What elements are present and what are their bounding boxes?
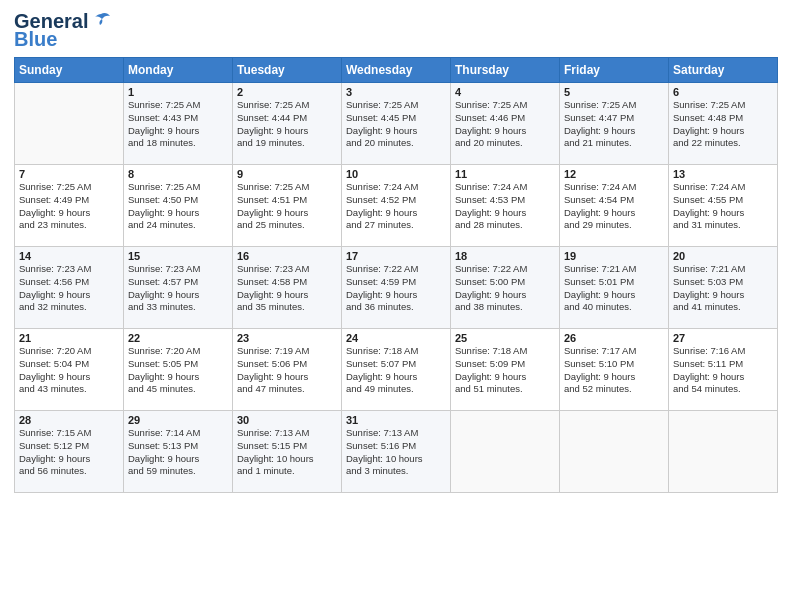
- day-number: 9: [237, 168, 337, 180]
- day-info: Sunrise: 7:22 AMSunset: 4:59 PMDaylight:…: [346, 263, 446, 314]
- calendar-table: SundayMondayTuesdayWednesdayThursdayFrid…: [14, 57, 778, 493]
- week-row-2: 7Sunrise: 7:25 AMSunset: 4:49 PMDaylight…: [15, 165, 778, 247]
- day-number: 20: [673, 250, 773, 262]
- day-header-monday: Monday: [124, 58, 233, 83]
- day-info: Sunrise: 7:25 AMSunset: 4:45 PMDaylight:…: [346, 99, 446, 150]
- day-info: Sunrise: 7:23 AMSunset: 4:57 PMDaylight:…: [128, 263, 228, 314]
- calendar-cell: 29Sunrise: 7:14 AMSunset: 5:13 PMDayligh…: [124, 411, 233, 493]
- calendar-cell: 11Sunrise: 7:24 AMSunset: 4:53 PMDayligh…: [451, 165, 560, 247]
- day-info: Sunrise: 7:18 AMSunset: 5:07 PMDaylight:…: [346, 345, 446, 396]
- calendar-cell: 12Sunrise: 7:24 AMSunset: 4:54 PMDayligh…: [560, 165, 669, 247]
- day-info: Sunrise: 7:25 AMSunset: 4:47 PMDaylight:…: [564, 99, 664, 150]
- day-info: Sunrise: 7:21 AMSunset: 5:01 PMDaylight:…: [564, 263, 664, 314]
- day-info: Sunrise: 7:25 AMSunset: 4:50 PMDaylight:…: [128, 181, 228, 232]
- week-row-1: 1Sunrise: 7:25 AMSunset: 4:43 PMDaylight…: [15, 83, 778, 165]
- week-row-5: 28Sunrise: 7:15 AMSunset: 5:12 PMDayligh…: [15, 411, 778, 493]
- day-info: Sunrise: 7:13 AMSunset: 5:16 PMDaylight:…: [346, 427, 446, 478]
- calendar-cell: 30Sunrise: 7:13 AMSunset: 5:15 PMDayligh…: [233, 411, 342, 493]
- day-number: 16: [237, 250, 337, 262]
- day-number: 19: [564, 250, 664, 262]
- logo-bird-icon: [90, 10, 112, 32]
- day-info: Sunrise: 7:22 AMSunset: 5:00 PMDaylight:…: [455, 263, 555, 314]
- day-number: 8: [128, 168, 228, 180]
- day-info: Sunrise: 7:25 AMSunset: 4:48 PMDaylight:…: [673, 99, 773, 150]
- calendar-cell: 21Sunrise: 7:20 AMSunset: 5:04 PMDayligh…: [15, 329, 124, 411]
- day-number: 22: [128, 332, 228, 344]
- calendar-cell: 8Sunrise: 7:25 AMSunset: 4:50 PMDaylight…: [124, 165, 233, 247]
- calendar-cell: [669, 411, 778, 493]
- calendar-container: General Blue SundayMondayTuesdayWednesda…: [0, 0, 792, 503]
- day-info: Sunrise: 7:18 AMSunset: 5:09 PMDaylight:…: [455, 345, 555, 396]
- calendar-cell: 10Sunrise: 7:24 AMSunset: 4:52 PMDayligh…: [342, 165, 451, 247]
- calendar-cell: 19Sunrise: 7:21 AMSunset: 5:01 PMDayligh…: [560, 247, 669, 329]
- calendar-cell: 26Sunrise: 7:17 AMSunset: 5:10 PMDayligh…: [560, 329, 669, 411]
- calendar-cell: 15Sunrise: 7:23 AMSunset: 4:57 PMDayligh…: [124, 247, 233, 329]
- day-number: 1: [128, 86, 228, 98]
- day-info: Sunrise: 7:25 AMSunset: 4:51 PMDaylight:…: [237, 181, 337, 232]
- day-info: Sunrise: 7:23 AMSunset: 4:58 PMDaylight:…: [237, 263, 337, 314]
- day-info: Sunrise: 7:19 AMSunset: 5:06 PMDaylight:…: [237, 345, 337, 396]
- day-header-wednesday: Wednesday: [342, 58, 451, 83]
- calendar-cell: 27Sunrise: 7:16 AMSunset: 5:11 PMDayligh…: [669, 329, 778, 411]
- day-number: 28: [19, 414, 119, 426]
- day-number: 2: [237, 86, 337, 98]
- calendar-cell: 16Sunrise: 7:23 AMSunset: 4:58 PMDayligh…: [233, 247, 342, 329]
- day-number: 25: [455, 332, 555, 344]
- day-info: Sunrise: 7:21 AMSunset: 5:03 PMDaylight:…: [673, 263, 773, 314]
- calendar-cell: 17Sunrise: 7:22 AMSunset: 4:59 PMDayligh…: [342, 247, 451, 329]
- day-number: 31: [346, 414, 446, 426]
- day-number: 17: [346, 250, 446, 262]
- day-info: Sunrise: 7:23 AMSunset: 4:56 PMDaylight:…: [19, 263, 119, 314]
- calendar-cell: 4Sunrise: 7:25 AMSunset: 4:46 PMDaylight…: [451, 83, 560, 165]
- calendar-cell: 5Sunrise: 7:25 AMSunset: 4:47 PMDaylight…: [560, 83, 669, 165]
- calendar-cell: 6Sunrise: 7:25 AMSunset: 4:48 PMDaylight…: [669, 83, 778, 165]
- calendar-cell: 7Sunrise: 7:25 AMSunset: 4:49 PMDaylight…: [15, 165, 124, 247]
- day-header-saturday: Saturday: [669, 58, 778, 83]
- calendar-cell: [560, 411, 669, 493]
- day-header-tuesday: Tuesday: [233, 58, 342, 83]
- week-row-4: 21Sunrise: 7:20 AMSunset: 5:04 PMDayligh…: [15, 329, 778, 411]
- day-info: Sunrise: 7:24 AMSunset: 4:55 PMDaylight:…: [673, 181, 773, 232]
- day-number: 23: [237, 332, 337, 344]
- logo-blue: Blue: [14, 28, 57, 51]
- day-info: Sunrise: 7:14 AMSunset: 5:13 PMDaylight:…: [128, 427, 228, 478]
- calendar-cell: 18Sunrise: 7:22 AMSunset: 5:00 PMDayligh…: [451, 247, 560, 329]
- calendar-cell: 31Sunrise: 7:13 AMSunset: 5:16 PMDayligh…: [342, 411, 451, 493]
- day-number: 14: [19, 250, 119, 262]
- day-info: Sunrise: 7:17 AMSunset: 5:10 PMDaylight:…: [564, 345, 664, 396]
- header-row: SundayMondayTuesdayWednesdayThursdayFrid…: [15, 58, 778, 83]
- calendar-cell: 28Sunrise: 7:15 AMSunset: 5:12 PMDayligh…: [15, 411, 124, 493]
- day-number: 6: [673, 86, 773, 98]
- week-row-3: 14Sunrise: 7:23 AMSunset: 4:56 PMDayligh…: [15, 247, 778, 329]
- day-number: 4: [455, 86, 555, 98]
- calendar-cell: 25Sunrise: 7:18 AMSunset: 5:09 PMDayligh…: [451, 329, 560, 411]
- day-number: 12: [564, 168, 664, 180]
- day-number: 27: [673, 332, 773, 344]
- calendar-cell: 3Sunrise: 7:25 AMSunset: 4:45 PMDaylight…: [342, 83, 451, 165]
- day-info: Sunrise: 7:25 AMSunset: 4:43 PMDaylight:…: [128, 99, 228, 150]
- calendar-cell: 2Sunrise: 7:25 AMSunset: 4:44 PMDaylight…: [233, 83, 342, 165]
- day-number: 11: [455, 168, 555, 180]
- calendar-cell: 9Sunrise: 7:25 AMSunset: 4:51 PMDaylight…: [233, 165, 342, 247]
- calendar-cell: 20Sunrise: 7:21 AMSunset: 5:03 PMDayligh…: [669, 247, 778, 329]
- day-number: 29: [128, 414, 228, 426]
- calendar-cell: 22Sunrise: 7:20 AMSunset: 5:05 PMDayligh…: [124, 329, 233, 411]
- calendar-cell: [15, 83, 124, 165]
- day-header-thursday: Thursday: [451, 58, 560, 83]
- day-info: Sunrise: 7:15 AMSunset: 5:12 PMDaylight:…: [19, 427, 119, 478]
- day-number: 26: [564, 332, 664, 344]
- day-number: 13: [673, 168, 773, 180]
- day-number: 3: [346, 86, 446, 98]
- calendar-cell: 23Sunrise: 7:19 AMSunset: 5:06 PMDayligh…: [233, 329, 342, 411]
- day-info: Sunrise: 7:16 AMSunset: 5:11 PMDaylight:…: [673, 345, 773, 396]
- calendar-cell: 14Sunrise: 7:23 AMSunset: 4:56 PMDayligh…: [15, 247, 124, 329]
- logo: General Blue: [14, 10, 112, 51]
- day-number: 30: [237, 414, 337, 426]
- day-info: Sunrise: 7:13 AMSunset: 5:15 PMDaylight:…: [237, 427, 337, 478]
- day-number: 18: [455, 250, 555, 262]
- header-area: General Blue: [14, 10, 778, 51]
- day-number: 15: [128, 250, 228, 262]
- day-number: 24: [346, 332, 446, 344]
- day-info: Sunrise: 7:24 AMSunset: 4:52 PMDaylight:…: [346, 181, 446, 232]
- day-number: 21: [19, 332, 119, 344]
